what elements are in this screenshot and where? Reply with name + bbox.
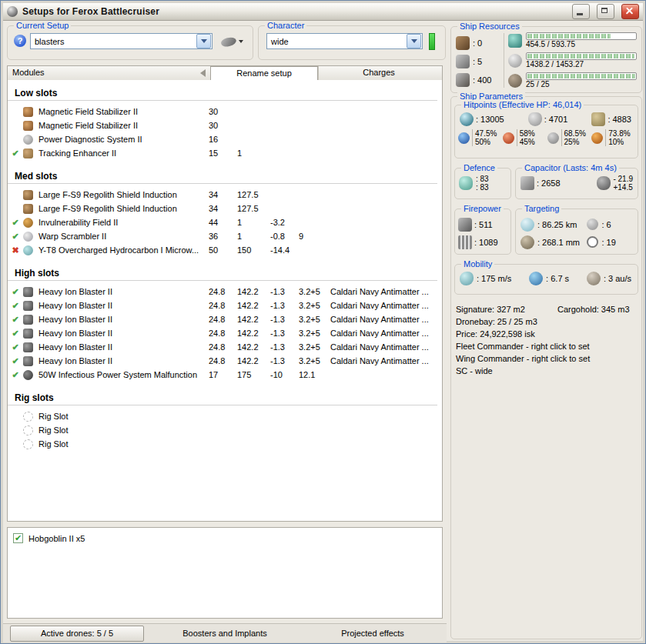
module-stat-2: 1 [231, 232, 264, 241]
info-line: Price: 24,922,598 isk [456, 328, 637, 340]
module-row[interactable]: ✔Heavy Ion Blaster II24.8142.2-1.33.2+5C… [8, 312, 442, 326]
module-name: Magnetic Field Stabilizer II [36, 121, 203, 130]
align-time-icon [529, 272, 543, 285]
ship-menu-button[interactable] [221, 33, 249, 50]
resist-base: 25% [564, 138, 586, 146]
warp-speed-icon [587, 272, 601, 285]
mobility-group: Mobility : 175 m/s : 6.7 s : 3 au/s [454, 264, 638, 295]
module-row[interactable]: Rig Slot [8, 437, 442, 451]
module-section-high-slots: High slots✔Heavy Ion Blaster II24.8142.2… [8, 266, 442, 382]
module-name: Heavy Ion Blaster II [36, 342, 203, 352]
capacitor-recharge-value: +14.5 [613, 183, 633, 192]
module-stat-3: -0.8 [264, 232, 293, 241]
resist-group: 68.5%25% [547, 129, 592, 146]
module-section-rig-slots: Rig slotsRig SlotRig SlotRig Slot [8, 391, 442, 451]
scan-resolution-value: : 268.1 mm [537, 238, 580, 247]
bottom-bar-column: Boosters and Implants [151, 629, 299, 638]
help-icon[interactable]: ? [14, 35, 26, 47]
shield-hp-value: : 13005 [476, 115, 504, 124]
mobility-label: Mobility [461, 259, 494, 269]
targeting-group: Targeting : 86.25 km : 6 : 268.1 mm [515, 209, 638, 255]
blaster-icon [23, 342, 33, 352]
resource-bar [526, 32, 637, 40]
firepower-values: : 511 : 1089 [455, 209, 510, 251]
warp-speed-value: : 3 au/s [604, 274, 631, 283]
cargohold-value: Cargohold: 345 m3 [557, 303, 630, 315]
tab-rename-setup[interactable]: Rename setup [210, 66, 318, 80]
module-row[interactable]: Magnetic Field Stabilizer II30 [8, 105, 442, 118]
warp-speed: : 3 au/s [587, 272, 631, 285]
kinetic-resist-icon [547, 132, 559, 144]
module-name: Invulnerability Field II [36, 218, 203, 227]
module-row[interactable]: ✔Heavy Ion Blaster II24.8142.2-1.33.2+5C… [8, 354, 442, 368]
maximize-button[interactable] [597, 4, 614, 19]
module-stat-3: -10 [264, 370, 293, 379]
module-row[interactable]: Magnetic Field Stabilizer II30 [8, 118, 442, 132]
module-stat-3: -1.3 [264, 356, 293, 365]
minimize-icon [577, 13, 583, 15]
turret-dps-icon [458, 218, 472, 232]
info-line: SC - wide [456, 365, 637, 377]
rig-calibration-value: : 400 [473, 75, 491, 85]
tracking-enhancer-icon [23, 148, 33, 158]
module-row[interactable]: Power Diagnostic System II16 [8, 132, 442, 146]
max-targets-value: : 6 [601, 220, 611, 229]
module-stat-1: 16 [203, 135, 231, 144]
tab-active-drones-5-5[interactable]: Active drones: 5 / 5 [10, 626, 144, 642]
resist-base: 45% [520, 138, 535, 146]
module-stat-3: -1.3 [264, 315, 293, 324]
module-row[interactable]: Large F-S9 Regolith Shield Induction3412… [8, 188, 442, 202]
module-charge: Caldari Navy Antimatter ... [327, 342, 442, 352]
drone-checkbox[interactable]: ✔ [13, 533, 23, 543]
setup-combobox[interactable]: blasters [30, 33, 213, 49]
module-row[interactable]: ✔Heavy Ion Blaster II24.8142.2-1.33.2+5C… [8, 299, 442, 312]
module-stat-1: 30 [203, 121, 231, 130]
module-row[interactable]: ✔Warp Scrambler II361-0.89 [8, 229, 442, 243]
module-row[interactable]: ✔Heavy Ion Blaster II24.8142.2-1.33.2+5C… [8, 326, 442, 340]
setup-combobox-value: blasters [31, 37, 196, 46]
drone-row[interactable]: ✔Hobgoblin II x5 [13, 532, 437, 545]
setup-combobox-dropdown-button[interactable] [196, 34, 211, 48]
module-row[interactable]: ✔Invulnerability Field II441-3.2 [8, 215, 442, 229]
character-combobox-dropdown-button[interactable] [407, 34, 421, 48]
module-row[interactable]: ✔50W Infectious Power System Malfunction… [8, 368, 442, 382]
module-row[interactable]: ✔Heavy Ion Blaster II24.8142.2-1.33.2+5C… [8, 340, 442, 354]
module-stat-2: 175 [231, 370, 264, 379]
resource-bar-row: 454.5 / 593.75 [508, 31, 637, 51]
app-icon [7, 6, 18, 17]
thermal-resist-icon [503, 132, 514, 144]
resist-current: 47.5% [475, 129, 497, 138]
afterburner-icon [23, 245, 33, 255]
modules-tabs: Rename setupCharges [210, 66, 439, 80]
character-combobox[interactable]: wide [266, 33, 423, 49]
module-row[interactable]: Rig Slot [8, 423, 442, 437]
resist-group: 47.5%50% [458, 129, 503, 146]
sort-arrow-icon[interactable] [200, 69, 206, 77]
capacitor-amount-value: : 2658 [537, 179, 561, 188]
firepower-group: Firepower : 511 : 1089 [454, 209, 511, 255]
resource-bar-row: 1438.2 / 1453.27 [508, 51, 637, 71]
module-stat-2: 142.2 [231, 315, 264, 324]
cap-recharge-icon [597, 176, 611, 190]
resist-current: 68.5% [564, 129, 586, 138]
tab-charges[interactable]: Charges [318, 66, 439, 80]
bottom-bar-column: Projected effects [299, 629, 447, 638]
module-row[interactable]: ✔Heavy Ion Blaster II24.8142.2-1.33.2+5C… [8, 285, 442, 299]
close-button[interactable] [621, 4, 639, 19]
module-stat-3: -3.2 [264, 218, 293, 227]
section-title: Low slots [8, 86, 437, 101]
module-row[interactable]: ✔Tracking Enhancer II151 [8, 146, 442, 160]
minimize-button[interactable] [572, 4, 590, 19]
module-stat-3: -1.3 [264, 301, 293, 310]
signature-value: Signature: 327 m2 [456, 303, 557, 315]
resist-current: 73.8% [608, 129, 630, 138]
module-row[interactable]: ✖Y-T8 Overcharged Hydrocarbon I Microw..… [8, 243, 442, 257]
tab-projected-effects[interactable]: Projected effects [341, 629, 404, 638]
tab-boosters-and-implants[interactable]: Boosters and Implants [182, 629, 266, 638]
resource-bar-stack: 1438.2 / 1453.27 [526, 52, 637, 69]
module-name: Heavy Ion Blaster II [36, 287, 203, 296]
turret-hardpoints-value: : 0 [473, 38, 482, 48]
module-row[interactable]: Rig Slot [8, 409, 442, 423]
module-stat-4: 3.2+5 [293, 329, 327, 338]
module-row[interactable]: Large F-S9 Regolith Shield Induction3412… [8, 202, 442, 215]
